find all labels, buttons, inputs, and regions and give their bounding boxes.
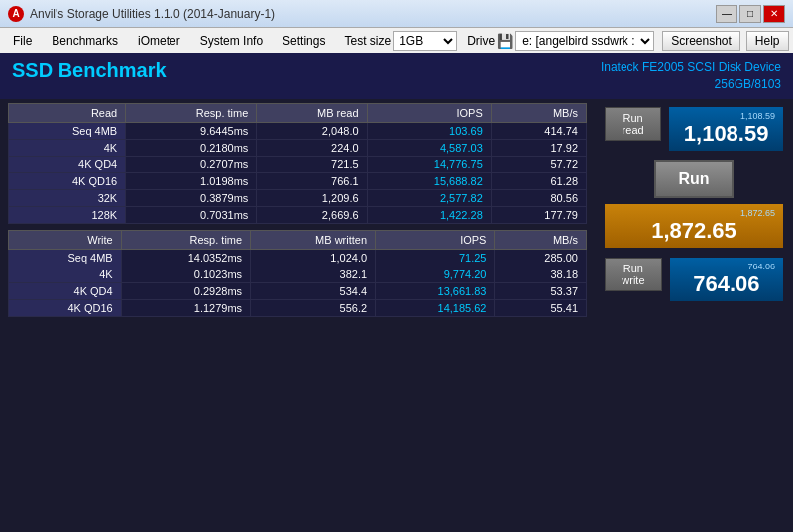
row-iops: 9,774.20 [376, 266, 495, 282]
row-iops: 14,185.62 [376, 299, 495, 316]
menu-iometer[interactable]: iOmeter [129, 30, 189, 52]
menu-benchmarks[interactable]: Benchmarks [43, 30, 127, 52]
row-resp: 0.7031ms [126, 206, 257, 223]
col-iops-write: IOPS [376, 230, 495, 249]
row-iops: 13,661.83 [376, 282, 495, 299]
drive-select[interactable]: e: [angelbird ssdwrk : [515, 31, 654, 51]
row-name: 128K [9, 206, 126, 223]
row-resp: 0.2707ms [126, 156, 257, 172]
menu-file[interactable]: File [4, 30, 41, 52]
row-name: 32K [9, 189, 126, 206]
read-table: Read Resp. time MB read IOPS MB/s Seq 4M… [8, 103, 587, 224]
row-mb: 1,209.6 [257, 189, 367, 206]
total-score-display: 1,872.65 1,872.65 [605, 204, 783, 248]
menu-system-info[interactable]: System Info [191, 30, 272, 52]
drive-label: Drive [467, 34, 495, 48]
row-mb: 766.1 [257, 172, 367, 189]
row-name: 4K QD4 [9, 282, 122, 299]
row-resp: 0.3879ms [126, 189, 257, 206]
menu-bar: File Benchmarks iOmeter System Info Sett… [0, 28, 793, 53]
title-text: Anvil's Storage Utilities 1.1.0 (2014-Ja… [30, 7, 275, 21]
menu-settings[interactable]: Settings [274, 30, 334, 52]
row-iops: 4,587.03 [367, 139, 491, 156]
row-mb: 721.5 [257, 156, 367, 172]
total-score-small: 1,872.65 [613, 208, 775, 218]
col-resp-time-write: Resp. time [121, 230, 250, 249]
table-row: Seq 4MB 9.6445ms 2,048.0 103.69 414.74 [9, 122, 587, 139]
col-mbs-write: MB/s [495, 230, 587, 249]
table-row: Seq 4MB 14.0352ms 1,024.0 71.25 285.00 [9, 249, 587, 266]
row-mbs: 17.92 [491, 139, 586, 156]
total-score-big: 1,872.65 [613, 218, 775, 244]
benchmark-title: SSD Benchmark [12, 59, 167, 82]
screenshot-button[interactable]: Screenshot [662, 31, 740, 51]
row-mb: 224.0 [257, 139, 367, 156]
help-button[interactable]: Help [746, 31, 789, 51]
table-row: 4K QD16 1.0198ms 766.1 15,688.82 61.28 [9, 172, 587, 189]
minimize-button[interactable]: — [716, 5, 737, 23]
table-row: 4K 0.1023ms 382.1 9,774.20 38.18 [9, 266, 587, 282]
col-write: Write [9, 230, 122, 249]
run-write-button[interactable]: Run write [605, 258, 662, 291]
row-mb: 2,669.6 [257, 206, 367, 223]
content-area: Read Resp. time MB read IOPS MB/s Seq 4M… [0, 99, 793, 532]
maximize-button[interactable]: □ [739, 5, 761, 23]
read-score-display: 1,108.59 1,108.59 [669, 107, 783, 151]
row-name: 4K [9, 139, 126, 156]
table-row: 4K QD16 1.1279ms 556.2 14,185.62 55.41 [9, 299, 587, 316]
write-score-display: 764.06 764.06 [670, 258, 783, 301]
table-row: 4K QD4 0.2707ms 721.5 14,776.75 57.72 [9, 156, 587, 172]
table-row: 32K 0.3879ms 1,209.6 2,577.82 80.56 [9, 189, 587, 206]
col-mb-read: MB read [257, 103, 367, 122]
row-iops: 15,688.82 [367, 172, 491, 189]
row-mb: 534.4 [251, 282, 376, 299]
row-mb: 1,024.0 [251, 249, 376, 266]
tables-area: Read Resp. time MB read IOPS MB/s Seq 4M… [0, 99, 595, 532]
run-button[interactable]: Run [654, 160, 733, 198]
row-resp: 9.6445ms [126, 122, 257, 139]
write-score-row: Run write 764.06 764.06 [605, 258, 783, 301]
row-iops: 2,577.82 [367, 189, 491, 206]
write-score-big: 764.06 [678, 271, 775, 297]
row-name: 4K QD16 [9, 172, 126, 189]
read-score-row: Run read 1,108.59 1,108.59 [605, 107, 783, 151]
col-iops-read: IOPS [367, 103, 491, 122]
run-read-button[interactable]: Run read [605, 107, 661, 141]
row-mbs: 61.28 [491, 172, 586, 189]
row-name: 4K [9, 266, 122, 282]
row-mb: 382.1 [251, 266, 376, 282]
test-size-label: Test size [344, 34, 391, 48]
device-line2: 256GB/8103 [601, 76, 781, 93]
row-iops: 1,422.28 [367, 206, 491, 223]
row-mbs: 38.18 [495, 266, 587, 282]
row-iops: 71.25 [376, 249, 495, 266]
close-button[interactable]: ✕ [763, 5, 785, 23]
read-score-small: 1,108.59 [677, 111, 775, 121]
device-info: Inateck FE2005 SCSI Disk Device 256GB/81… [601, 59, 781, 93]
row-iops: 103.69 [367, 122, 491, 139]
write-score-small: 764.06 [678, 262, 775, 271]
row-mb: 2,048.0 [257, 122, 367, 139]
row-mbs: 285.00 [495, 249, 587, 266]
benchmark-header: SSD Benchmark Inateck FE2005 SCSI Disk D… [0, 53, 793, 99]
title-bar: A Anvil's Storage Utilities 1.1.0 (2014-… [0, 0, 793, 28]
row-name: 4K QD16 [9, 299, 122, 316]
device-line1: Inateck FE2005 SCSI Disk Device [601, 59, 781, 76]
row-mbs: 80.56 [491, 189, 586, 206]
row-mbs: 53.37 [495, 282, 587, 299]
row-mbs: 57.72 [491, 156, 586, 172]
main-area: SSD Benchmark Inateck FE2005 SCSI Disk D… [0, 53, 793, 532]
read-score-big: 1,108.59 [677, 121, 775, 147]
row-resp: 0.2180ms [126, 139, 257, 156]
table-row: 128K 0.7031ms 2,669.6 1,422.28 177.79 [9, 206, 587, 223]
row-resp: 0.2928ms [121, 282, 250, 299]
row-resp: 0.1023ms [121, 266, 250, 282]
row-name: Seq 4MB [9, 122, 126, 139]
test-size-select[interactable]: 1GB 256MB 512MB 2GB [393, 31, 457, 51]
drive-icon: 💾 [497, 33, 513, 49]
row-name: Seq 4MB [9, 249, 122, 266]
col-read: Read [9, 103, 126, 122]
window-controls[interactable]: — □ ✕ [716, 5, 785, 23]
table-row: 4K 0.2180ms 224.0 4,587.03 17.92 [9, 139, 587, 156]
col-mb-written: MB written [251, 230, 376, 249]
